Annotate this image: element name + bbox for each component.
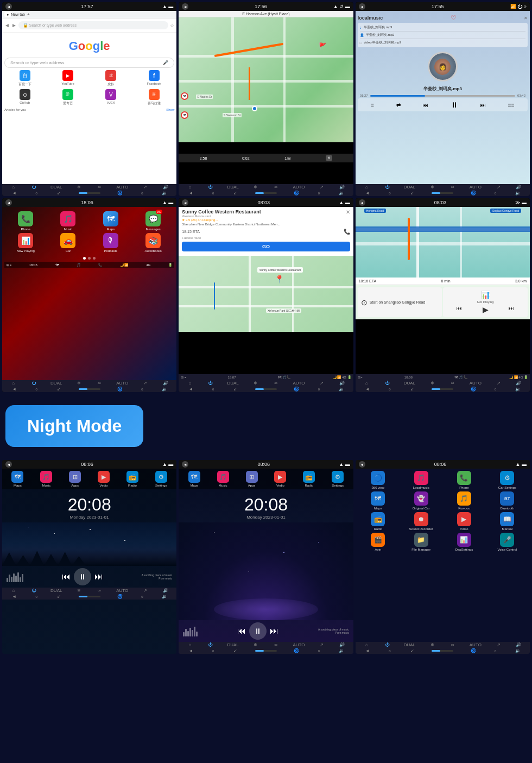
power-icon-n3[interactable]: ⏻ (384, 642, 390, 647)
shortcut-hupao[interactable]: 虎 虎扑 (91, 70, 131, 87)
shortcut-youtube[interactable]: ▶ YouTube (47, 70, 88, 87)
carplay-maps[interactable]: 🗺 Maps (91, 211, 131, 231)
start-btn[interactable]: ⊙ Start on Shangliao Gongye Road (358, 287, 442, 317)
back-button-3[interactable]: ◄ (359, 3, 365, 10)
ac-icon-n3[interactable]: ❄ (429, 642, 435, 647)
app-kuwooo[interactable]: 🎵 Kuwooo (444, 491, 484, 510)
back-ctrl-4[interactable]: ◄ (11, 387, 17, 392)
shortcut-xima[interactable]: 喜 喜马拉雅 (134, 89, 174, 106)
ac-icon-2[interactable]: ❄ (252, 185, 259, 190)
cp-phone-icon[interactable]: 📞 (98, 263, 102, 267)
n1-next[interactable]: ⏭ (94, 572, 103, 582)
temp-down-n2[interactable]: ↙ (232, 648, 239, 653)
nav-prev[interactable]: ⏮ (457, 305, 462, 314)
back-button-5[interactable]: ◄ (182, 199, 188, 206)
power-icon-n2[interactable]: ⏻ (207, 642, 213, 647)
shortcut-vjex[interactable]: V VJEX (91, 89, 131, 106)
app-maps[interactable]: 🗺 Maps (358, 491, 398, 510)
vol-icon[interactable]: 🔊 (162, 185, 169, 190)
nav-icon-2[interactable]: ↗ (319, 185, 325, 190)
back-button-2[interactable]: ◄ (182, 3, 188, 10)
night-apps-icon-2[interactable]: ⊞ Apps (246, 471, 258, 487)
vol-down-2[interactable]: 🔉 (338, 191, 345, 196)
vol-icon-n1[interactable]: 🔊 (162, 588, 169, 593)
app-localmusic[interactable]: 🎵 Localmusic (401, 471, 441, 489)
fan-icon-6[interactable]: 🌀 (470, 387, 477, 392)
back-ctrl[interactable]: ◄ (11, 191, 17, 196)
night-music-icon-2[interactable]: 🎵 Music (217, 471, 229, 487)
home-icon-4[interactable]: ⌂ (10, 381, 17, 386)
ac-icon-4[interactable]: ❄ (76, 381, 83, 386)
vol-down[interactable]: 🔉 (161, 191, 168, 196)
carplay-messages[interactable]: 💬 259 Messages (133, 211, 173, 231)
vol-down-5[interactable]: 🔉 (338, 387, 345, 392)
night-maps-icon-2[interactable]: 🗺 Maps (188, 471, 200, 487)
temp-down-3[interactable]: ↙ (409, 191, 415, 196)
loop-icon-n3[interactable]: ∞ (449, 642, 456, 647)
vol-down-6[interactable]: 🔉 (515, 387, 521, 392)
vol-icon-2[interactable]: 🔊 (339, 185, 345, 190)
back-ctrl-n1[interactable]: ◄ (11, 594, 17, 599)
home-icon-2[interactable]: ⌂ (187, 185, 193, 190)
power-icon-2[interactable]: ⏻ (207, 185, 213, 190)
app-voicecontrol[interactable]: 🎤 Voice Control (487, 533, 528, 551)
nav-forward[interactable]: ► (11, 22, 17, 28)
poi-phone[interactable]: 📞 (344, 229, 350, 235)
vol-down-4[interactable]: 🔉 (161, 387, 168, 392)
fan-icon-n3[interactable]: 🌀 (470, 648, 477, 653)
n2-prev[interactable]: ⏮ (237, 626, 246, 636)
power-icon[interactable]: ⏻ (30, 185, 37, 190)
n2-pause[interactable]: ⏸ (249, 622, 267, 640)
url-bar[interactable]: 🔒 Search or type web address (18, 21, 169, 29)
ac-icon-5[interactable]: ❄ (252, 381, 259, 386)
power-icon-6[interactable]: ⏻ (384, 381, 390, 386)
back-ctrl-5[interactable]: ◄ (187, 387, 194, 392)
cp-music-icon[interactable]: 🎵 (77, 263, 80, 267)
carplay-phone[interactable]: 📞 Phone (5, 211, 46, 231)
vol-down-n2[interactable]: 🔉 (338, 648, 345, 653)
fan-icon-3[interactable]: 🌀 (470, 191, 477, 196)
prev-icon[interactable]: ⏮ (423, 102, 428, 108)
back-ctrl-2[interactable]: ◄ (187, 191, 194, 196)
pause-icon[interactable]: ⏸ (451, 100, 458, 109)
shortcut-iqiyi[interactable]: 爱 爱奇艺 (47, 89, 88, 106)
app-dapsettings[interactable]: 📊 DapSettings (444, 533, 484, 551)
back-ctrl-n3[interactable]: ◄ (364, 648, 371, 653)
vol-down-n1[interactable]: 🔉 (161, 594, 168, 599)
vol-icon-4[interactable]: 🔊 (162, 381, 169, 386)
n1-pause[interactable]: ⏸ (74, 568, 91, 585)
carplay-music[interactable]: 🎵 Music (48, 211, 88, 231)
back-button-n2[interactable]: ◄ (182, 461, 188, 468)
loop-icon-2[interactable]: ∞ (273, 185, 279, 190)
next-icon[interactable]: ⏭ (480, 102, 486, 108)
show-label[interactable]: Show (166, 108, 174, 111)
app-phone[interactable]: 📞 Phone (444, 471, 484, 489)
vol-icon-6[interactable]: 🔊 (515, 381, 522, 386)
loop-icon-n2[interactable]: ∞ (273, 642, 279, 647)
app-originalcar[interactable]: 👻 Original Car (401, 491, 441, 510)
nav-next[interactable]: ⏭ (509, 305, 514, 314)
night-music-icon[interactable]: 🎵 Music (40, 471, 52, 487)
loop-icon-n1[interactable]: ∞ (96, 588, 103, 593)
shortcut-facebook[interactable]: f Facebook (134, 70, 174, 87)
temp-down-2[interactable]: ↙ (232, 191, 239, 196)
night-maps-icon[interactable]: 🗺 Maps (11, 471, 23, 487)
vol-icon-3[interactable]: 🔊 (515, 185, 522, 190)
shuffle-icon[interactable]: ⇄ (396, 102, 401, 108)
back-ctrl-n2[interactable]: ◄ (187, 648, 194, 653)
ac-icon[interactable]: ❄ (76, 185, 83, 190)
nav-back[interactable]: ◄ (4, 22, 10, 28)
fan-icon[interactable]: 🌀 (117, 191, 123, 196)
night-apps-icon[interactable]: ⊞ Apps (69, 471, 81, 487)
fan-icon-n2[interactable]: 🌀 (293, 648, 300, 653)
vol-icon-n3[interactable]: 🔊 (515, 642, 522, 647)
back-button-6[interactable]: ◄ (359, 199, 365, 206)
loop-icon[interactable]: ∞ (96, 185, 103, 190)
carplay-podcasts[interactable]: 🎙 Podcasts (91, 233, 131, 253)
mic-icon[interactable]: 🎤 (163, 60, 168, 65)
power-icon-3[interactable]: ⏻ (384, 185, 390, 190)
temp-down-4[interactable]: ↙ (55, 387, 62, 392)
fan-icon-2[interactable]: 🌀 (293, 191, 300, 196)
nav-icon-3[interactable]: ↗ (495, 185, 502, 190)
app-bluetooth[interactable]: BT Bluetooth (487, 491, 528, 510)
